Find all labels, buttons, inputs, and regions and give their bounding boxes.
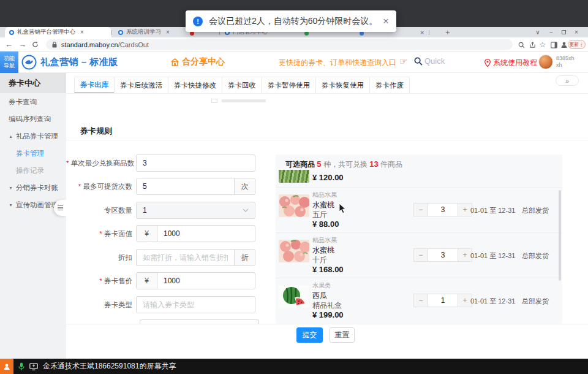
url-bar[interactable]: standard.maboy.cn/CardsOut	[46, 39, 513, 50]
tab-close-icon[interactable]: ×	[166, 29, 170, 36]
sidebar-item-label: 礼品券卡管理	[16, 132, 58, 141]
tab-title: 礼盒营销平台管理中心	[17, 28, 75, 36]
screen-share-bar: 金禾通技术王斌18662591081的屏幕共享	[0, 359, 588, 374]
zone-count-select[interactable]: 1	[136, 202, 255, 219]
forward-icon[interactable]: →	[18, 37, 26, 52]
validity-range: 01-01 至 12-31	[470, 297, 515, 306]
quantity-input[interactable]	[428, 203, 458, 216]
back-icon[interactable]: ←	[5, 37, 13, 52]
main-content: » 券卡出库 券卡后续激活 券卡快捷修改 券卡回收 券卡暂停使用 券卡恢复使用 …	[66, 73, 588, 324]
quick-label: Quick	[424, 56, 445, 66]
tabs-divider	[66, 93, 588, 94]
new-tab-icon[interactable]: +	[445, 27, 450, 37]
sidebar-group-distribution-reconciliation[interactable]: ▼ 分销券卡对账	[0, 179, 66, 196]
sidebar-item-label: 券卡管理	[16, 149, 44, 158]
sidebar-item-card-management[interactable]: 券卡管理	[0, 145, 66, 162]
tab-close-icon[interactable]: ×	[420, 27, 424, 37]
quantity-stepper: − +	[413, 294, 472, 307]
form-row-zone-count: 专区数量 1	[66, 202, 255, 219]
tab-followup-activation[interactable]: 券卡后续激活	[114, 77, 168, 94]
summary-prefix: 可选商品	[285, 160, 315, 169]
tab-quick-modify[interactable]: 券卡快捷修改	[168, 77, 222, 94]
tab-label: 券卡恢复使用	[322, 81, 364, 90]
window-maximize-icon[interactable]	[557, 27, 570, 37]
tab-card-suspend[interactable]: 券卡暂停使用	[262, 77, 316, 94]
sidebar-group-gift-card-mgmt[interactable]: ▲ 礼品券卡管理	[0, 128, 66, 145]
max-pickup-input[interactable]	[137, 178, 234, 194]
lock-icon	[52, 42, 57, 48]
minus-button[interactable]: −	[413, 294, 428, 307]
nav-label-2: 导航	[4, 63, 15, 69]
currency-prefix: ¥	[137, 273, 157, 289]
product-row: 水果类 西瓜 精品礼盒 ¥ 199.00 − + 01-01 至 12-31 总…	[276, 278, 562, 323]
product-category: 精品水果	[312, 191, 337, 199]
product-category: 水果类	[312, 281, 331, 290]
reset-button[interactable]: 重置	[330, 327, 355, 343]
sidebar-item-label: 分销券卡对账	[16, 183, 58, 193]
microphone-icon[interactable]	[18, 362, 24, 371]
tutorial-link[interactable]: 系统使用教程	[484, 58, 537, 68]
summary-suffix: 件商品	[380, 160, 402, 169]
panel-collapse-button[interactable]: »	[556, 75, 579, 86]
share-icon[interactable]	[527, 40, 537, 50]
card-type-input[interactable]	[137, 297, 255, 313]
sidebar-item-operation-log[interactable]: 操作记录	[0, 162, 66, 179]
section-divider	[66, 140, 588, 140]
minus-button[interactable]: −	[413, 203, 428, 216]
face-value-input[interactable]	[157, 226, 255, 242]
sidebar-item-card-query[interactable]: 券卡查询	[0, 93, 66, 110]
discount-input[interactable]	[137, 250, 234, 265]
tab-card-void[interactable]: 券卡作废	[369, 77, 410, 94]
tab-title: 系统培训学习	[126, 28, 161, 36]
browser-update-button[interactable]: 更新 ⋮	[568, 40, 586, 49]
share-center-link[interactable]: 合分享中心	[170, 56, 225, 67]
window-minimize-icon[interactable]: −	[545, 27, 557, 37]
quick-search-link[interactable]: Quick	[414, 56, 445, 66]
minus-button[interactable]: −	[413, 248, 428, 262]
app-header: 功能 导航 礼盒营销 – 标准版 合分享中心 更快捷的券卡、订单和快递查询入口 …	[0, 52, 588, 73]
window-dropdown-icon[interactable]: ∨	[532, 27, 544, 37]
quantity-input[interactable]	[428, 248, 458, 262]
hamburger-icon	[58, 204, 63, 212]
warehouse-icon	[170, 58, 179, 67]
quantity-input[interactable]	[428, 294, 458, 307]
product-image-peach	[279, 240, 309, 262]
share-center-label: 合分享中心	[182, 56, 225, 67]
function-nav-button[interactable]: 功能 导航	[0, 52, 18, 73]
user-id-sub: xh	[556, 62, 575, 69]
user-id-main: 8385xh	[556, 55, 575, 62]
sale-price-input[interactable]	[157, 273, 255, 289]
tab-card-outbound[interactable]: 券卡出库	[74, 77, 115, 94]
user-avatar[interactable]	[538, 55, 553, 69]
window-close-icon[interactable]: ×	[570, 27, 582, 37]
min-exchange-input[interactable]	[137, 155, 255, 171]
bookmark-star-icon[interactable]: ☆	[538, 40, 548, 50]
product-row: 精品水果 水蜜桃 五斤 ¥ 88.00 − + 01-01 至 12-31 总部…	[276, 187, 562, 232]
screen-share-text: 金禾通技术王斌18662591081的屏幕共享	[43, 361, 176, 372]
tab-card-resume[interactable]: 券卡恢复使用	[315, 77, 370, 94]
select-value: 1	[143, 206, 147, 215]
delivery-label: 总部发货	[522, 297, 549, 306]
info-icon: !	[193, 17, 203, 26]
reload-icon[interactable]	[32, 37, 39, 52]
tab-card-recycle[interactable]: 券卡回收	[222, 77, 262, 94]
side-panel-icon[interactable]	[549, 40, 559, 50]
brand-title: 礼盒营销 – 标准版	[40, 56, 118, 68]
product-price: ¥ 120.00	[312, 173, 344, 182]
tab-close-icon[interactable]: ×	[80, 29, 84, 36]
validity-range: 01-01 至 12-31	[470, 206, 515, 215]
toast-close-icon[interactable]: ×	[383, 16, 389, 26]
zoom-icon[interactable]	[516, 40, 526, 50]
participant-icon	[0, 359, 13, 374]
sidebar-collapse-handle[interactable]	[54, 200, 66, 216]
sidebar-item-label: 操作记录	[16, 166, 44, 175]
tab-label: 券卡回收	[228, 81, 256, 90]
sidebar-item-code-sequence-query[interactable]: 编码序列查询	[0, 110, 66, 128]
submit-button[interactable]: 提交	[296, 327, 323, 343]
product-spec: 精品礼盒	[312, 300, 342, 311]
currency-prefix: ¥	[137, 226, 157, 242]
summary-middle: 种，共可兑换	[323, 160, 368, 169]
panel-scrollbar[interactable]	[559, 190, 561, 281]
form-row-discount: 折扣 折	[66, 249, 255, 266]
browser-tab-1[interactable]: 礼盒营销平台管理中心 ×	[5, 27, 111, 37]
